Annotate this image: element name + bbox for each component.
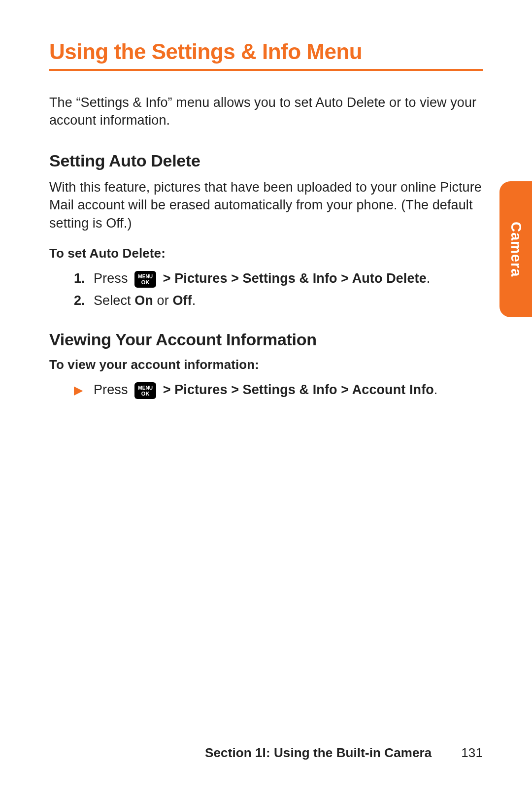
step-number: 1. [74, 269, 94, 288]
menu-ok-icon: MENUOK [134, 382, 156, 399]
step-text: Select On or Off. [94, 291, 196, 310]
auto-delete-steps: 1. Press MENUOK > Pictures > Settings & … [49, 269, 483, 310]
step-text: Press MENUOK > Pictures > Settings & Inf… [94, 269, 430, 288]
footer-page-number: 131 [461, 745, 483, 761]
intro-paragraph: The “Settings & Info” menu allows you to… [49, 94, 483, 130]
page-footer: Section 1I: Using the Built-in Camera 13… [49, 745, 483, 761]
auto-delete-description: With this feature, pictures that have be… [49, 178, 483, 232]
step-bullet: ▶ Press MENUOK > Pictures > Settings & I… [74, 380, 483, 399]
account-info-label: To view your account information: [49, 357, 483, 372]
footer-section: Section 1I: Using the Built-in Camera [205, 745, 432, 761]
side-tab-camera: Camera [499, 181, 532, 317]
step-number: 2. [74, 291, 94, 310]
heading-account-info: Viewing Your Account Information [49, 330, 483, 349]
auto-delete-label: To set Auto Delete: [49, 246, 483, 261]
manual-page: Using the Settings & Info Menu The “Sett… [0, 0, 532, 400]
step-text: Press MENUOK > Pictures > Settings & Inf… [94, 380, 437, 399]
account-info-steps: ▶ Press MENUOK > Pictures > Settings & I… [49, 380, 483, 399]
page-title: Using the Settings & Info Menu [49, 39, 483, 71]
step-2: 2. Select On or Off. [74, 291, 483, 310]
triangle-bullet-icon: ▶ [74, 382, 94, 399]
step-1: 1. Press MENUOK > Pictures > Settings & … [74, 269, 483, 288]
heading-auto-delete: Setting Auto Delete [49, 151, 483, 170]
menu-ok-icon: MENUOK [134, 271, 156, 288]
